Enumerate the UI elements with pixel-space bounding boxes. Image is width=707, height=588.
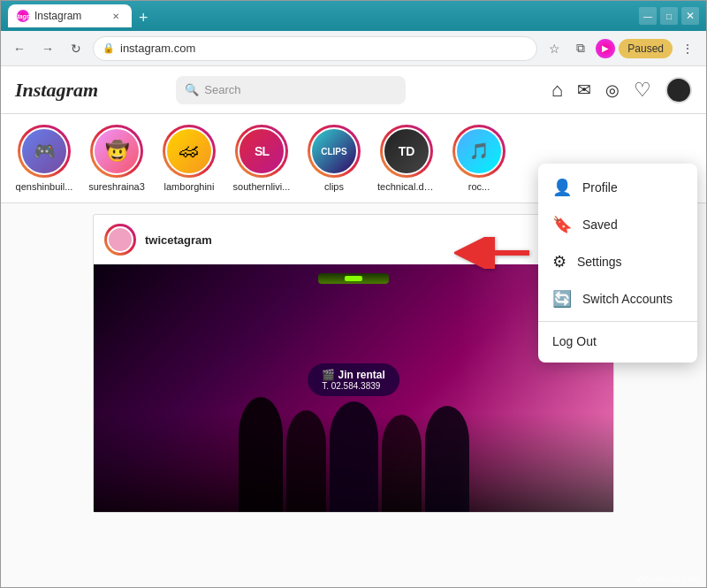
menu-item-logout[interactable]: Log Out: [538, 321, 697, 357]
extensions-icon[interactable]: ⧉: [569, 37, 592, 60]
tab-bar: Instagram Instagram ✕ +: [8, 4, 634, 27]
back-icon: ←: [13, 42, 26, 56]
story-avatar: 🤠: [93, 127, 141, 175]
search-placeholder: Search: [204, 83, 240, 96]
red-arrow-indicator: [454, 237, 534, 272]
saved-icon: 🔖: [552, 215, 572, 234]
url-text: instagram.com: [120, 42, 195, 55]
story-name: southernlivi...: [233, 181, 291, 192]
story-item[interactable]: 🤠 sureshraina3: [87, 125, 146, 192]
extension-avatar[interactable]: ▶: [596, 39, 615, 58]
forward-icon: →: [42, 42, 54, 56]
story-ring: TD: [380, 125, 433, 178]
story-item[interactable]: CLIPS clips: [305, 125, 363, 192]
story-name: clips: [324, 181, 344, 192]
story-name: roc...: [468, 181, 490, 192]
explore-icon[interactable]: ◎: [605, 80, 620, 100]
menu-item-profile[interactable]: 👤 Profile: [538, 169, 697, 206]
story-name: sureshraina3: [88, 181, 145, 192]
post-header: twicetagram ···: [94, 215, 613, 264]
story-ring: 🎵: [452, 125, 506, 178]
profile-icon: 👤: [552, 178, 572, 197]
refresh-icon: ↻: [71, 42, 81, 56]
search-icon: 🔍: [185, 83, 199, 96]
switch-label: Switch Accounts: [582, 292, 673, 306]
saved-label: Saved: [582, 218, 618, 232]
story-avatar: CLIPS: [310, 127, 358, 175]
paused-button[interactable]: Paused: [619, 39, 673, 58]
post-avatar-inner: [107, 226, 133, 253]
menu-item-settings[interactable]: ⚙ Settings: [538, 243, 697, 280]
menu-item-switch[interactable]: 🔄 Switch Accounts: [538, 280, 697, 317]
story-avatar: SL: [238, 127, 285, 175]
active-tab[interactable]: Instagram Instagram ✕: [8, 4, 132, 27]
url-bar[interactable]: 🔒 instagram.com: [93, 36, 537, 61]
dropdown-menu: 👤 Profile 🔖 Saved ⚙ Settings 🔄 Switch Ac…: [538, 164, 697, 363]
story-item[interactable]: 🎮 qenshinbuil...: [15, 125, 73, 192]
post-avatar: [104, 224, 136, 256]
story-name: qenshinbuil...: [16, 181, 73, 192]
instagram-logo: Instagram: [15, 79, 98, 102]
lock-icon: 🔒: [103, 42, 115, 54]
minimize-button[interactable]: —: [639, 7, 657, 25]
messenger-icon[interactable]: ✉: [577, 80, 591, 100]
story-ring: SL: [235, 125, 288, 178]
story-item[interactable]: 🎵 roc...: [450, 125, 508, 192]
story-name: lamborghini: [164, 181, 215, 192]
profile-avatar[interactable]: [665, 77, 692, 103]
story-name: technical.da...: [377, 181, 436, 192]
forward-button[interactable]: →: [36, 37, 59, 60]
refresh-button[interactable]: ↻: [65, 37, 87, 60]
instagram-app: Instagram 🔍 Search ⌂ ✉ ◎ ♡ 🎮 qenshinbuil…: [1, 66, 706, 587]
story-ring: 🤠: [90, 125, 143, 178]
story-avatar: 🎮: [20, 127, 68, 175]
logout-label: Log Out: [552, 334, 597, 348]
story-item[interactable]: 🏎 lamborghini: [160, 125, 218, 192]
back-button[interactable]: ←: [8, 37, 31, 60]
tab-favicon: Instagram: [17, 10, 29, 22]
story-ring: 🎮: [18, 125, 71, 178]
ig-nav-icons: ⌂ ✉ ◎ ♡: [551, 77, 692, 103]
heart-icon[interactable]: ♡: [634, 79, 651, 102]
story-avatar: 🏎: [165, 127, 213, 175]
switch-icon: 🔄: [552, 289, 572, 309]
toolbar-right: ☆ ⧉ ▶ Paused ⋮: [543, 37, 699, 60]
profile-label: Profile: [582, 180, 618, 195]
settings-label: Settings: [577, 255, 622, 269]
post-username[interactable]: twicetagram: [145, 233, 212, 247]
story-avatar: 🎵: [455, 127, 503, 175]
instagram-header: Instagram 🔍 Search ⌂ ✉ ◎ ♡: [1, 66, 706, 114]
search-bar[interactable]: 🔍 Search: [176, 76, 406, 104]
bookmark-icon[interactable]: ☆: [543, 37, 566, 60]
story-ring: CLIPS: [308, 125, 361, 178]
title-bar: Instagram Instagram ✕ + — □ ✕: [1, 1, 706, 31]
paused-label: Paused: [627, 42, 664, 55]
watermark: www.deuaq.com: [635, 574, 699, 584]
sign-text: 🎬 Jin rental: [322, 369, 385, 381]
tab-title: Instagram: [34, 10, 81, 22]
story-item[interactable]: SL southernlivi...: [232, 125, 291, 192]
story-item[interactable]: TD technical.da...: [377, 125, 436, 192]
tab-close-button[interactable]: ✕: [109, 9, 123, 23]
browser-menu-icon[interactable]: ⋮: [676, 37, 699, 60]
browser-window: Instagram Instagram ✕ + — □ ✕ ← → ↻ 🔒 in…: [0, 0, 707, 588]
window-controls: — □ ✕: [639, 7, 699, 25]
new-tab-button[interactable]: +: [132, 9, 156, 27]
post-image: 🎬 Jin rental T. 02.584.3839: [94, 264, 613, 512]
story-ring: 🏎: [163, 125, 216, 178]
instagram-post: twicetagram ··· 🎬 Jin rental T. 02.584.3…: [93, 214, 614, 513]
close-button[interactable]: ✕: [681, 7, 699, 25]
home-icon[interactable]: ⌂: [551, 79, 563, 102]
settings-icon: ⚙: [552, 252, 566, 271]
story-avatar: TD: [383, 127, 430, 175]
address-bar: ← → ↻ 🔒 instagram.com ☆ ⧉ ▶ Paused ⋮: [1, 31, 706, 66]
menu-item-saved[interactable]: 🔖 Saved: [538, 206, 697, 243]
restore-button[interactable]: □: [660, 7, 678, 25]
